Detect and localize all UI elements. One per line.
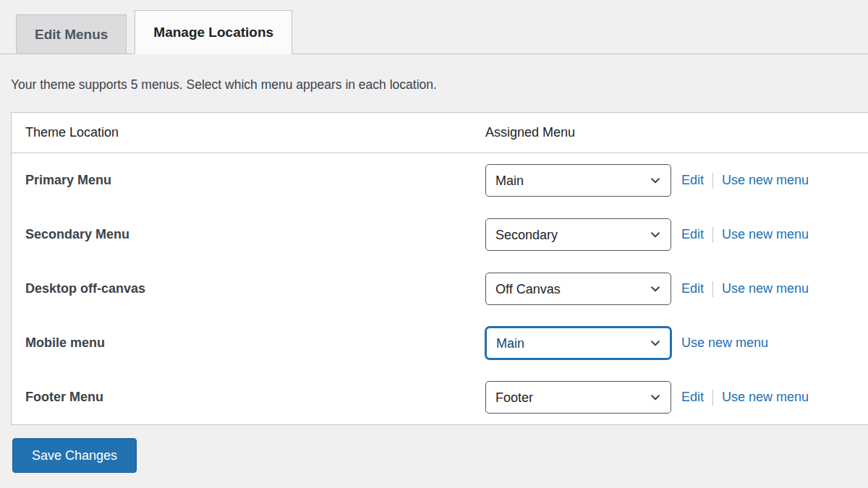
use-new-menu-link[interactable]: Use new menu bbox=[722, 227, 809, 242]
assigned-menu-select-footer[interactable]: Footer bbox=[485, 381, 671, 414]
tab-manage-locations[interactable]: Manage Locations bbox=[135, 10, 292, 54]
assigned-menu-select-desktop-off-canvas[interactable]: Off Canvas bbox=[485, 273, 671, 305]
assigned-menu-select-secondary[interactable]: Secondary bbox=[485, 218, 671, 251]
table-header-row: Theme Location Assigned Menu bbox=[12, 113, 868, 153]
table-row: Secondary Menu Secondary Edit Use new me… bbox=[12, 207, 868, 262]
column-header-theme-location: Theme Location bbox=[12, 125, 485, 140]
edit-menu-link[interactable]: Edit bbox=[681, 281, 704, 296]
location-label-desktop-off-canvas: Desktop off-canvas bbox=[12, 281, 485, 296]
assigned-menu-select[interactable]: Footer bbox=[485, 381, 671, 414]
assigned-menu-select[interactable]: Secondary bbox=[485, 218, 671, 251]
assigned-menu-select[interactable]: Main bbox=[485, 327, 671, 359]
use-new-menu-link[interactable]: Use new menu bbox=[722, 281, 809, 296]
menu-tabs: Edit Menus Manage Locations bbox=[0, 0, 868, 54]
use-new-menu-link[interactable]: Use new menu bbox=[681, 335, 768, 351]
edit-menu-link[interactable]: Edit bbox=[681, 173, 704, 188]
assigned-menu-select[interactable]: Off Canvas bbox=[485, 273, 671, 305]
link-separator bbox=[712, 227, 713, 243]
use-new-menu-link[interactable]: Use new menu bbox=[722, 173, 809, 188]
menu-locations-table: Theme Location Assigned Menu Primary Men… bbox=[11, 112, 868, 425]
theme-menus-description: Your theme supports 5 menus. Select whic… bbox=[11, 77, 868, 93]
save-changes-button[interactable]: Save Changes bbox=[12, 438, 137, 473]
use-new-menu-link[interactable]: Use new menu bbox=[722, 390, 809, 405]
tab-edit-menus[interactable]: Edit Menus bbox=[16, 14, 127, 53]
table-row: Desktop off-canvas Off Canvas Edit Use n… bbox=[12, 262, 868, 316]
table-row: Primary Menu Main Edit Use new menu bbox=[12, 153, 868, 207]
column-header-assigned-menu: Assigned Menu bbox=[485, 125, 868, 140]
location-label-mobile-menu: Mobile menu bbox=[12, 335, 485, 351]
link-separator bbox=[712, 173, 713, 189]
location-label-primary-menu: Primary Menu bbox=[12, 173, 485, 188]
edit-menu-link[interactable]: Edit bbox=[681, 390, 704, 405]
table-row: Footer Menu Footer Edit Use new menu bbox=[12, 370, 868, 424]
table-row: Mobile menu Main Use new menu bbox=[12, 316, 868, 370]
assigned-menu-select-primary[interactable]: Main bbox=[485, 164, 671, 197]
assigned-menu-select[interactable]: Main bbox=[485, 164, 671, 197]
assigned-menu-select-mobile-focused[interactable]: Main bbox=[485, 327, 671, 359]
edit-menu-link[interactable]: Edit bbox=[681, 227, 704, 242]
link-separator bbox=[712, 281, 713, 297]
location-label-footer-menu: Footer Menu bbox=[12, 390, 485, 405]
link-separator bbox=[712, 390, 713, 406]
location-label-secondary-menu: Secondary Menu bbox=[12, 227, 485, 242]
